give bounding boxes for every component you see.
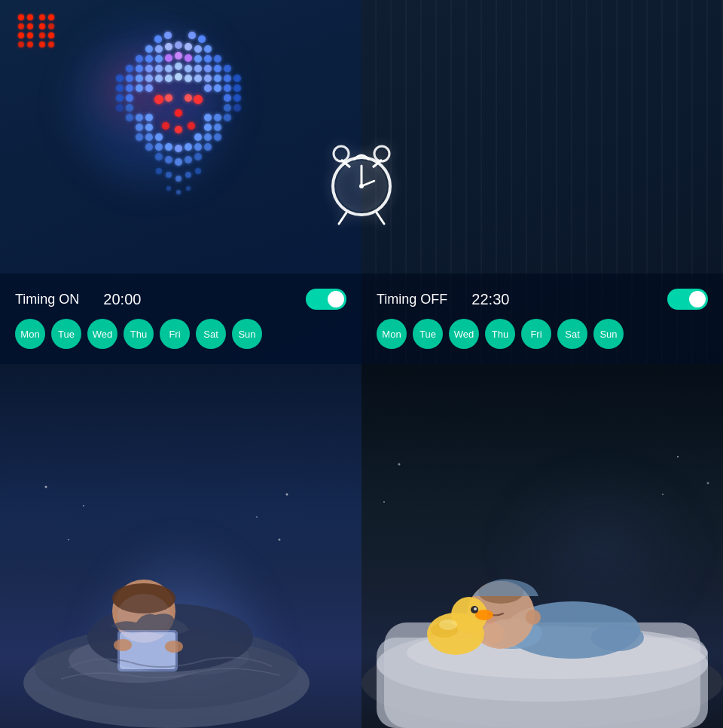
svg-point-28 [175,52,182,60]
timing-on-toggle[interactable] [306,289,346,310]
day-btn-mon[interactable]: Mon [15,319,45,349]
svg-point-97 [194,133,202,141]
day-btn-sun[interactable]: Sun [232,319,262,349]
svg-point-117 [166,186,171,191]
day-btn-off-thu[interactable]: Thu [485,319,515,349]
svg-point-103 [175,145,182,152]
svg-point-81 [126,104,133,112]
svg-point-146 [256,516,258,518]
svg-point-86 [145,114,153,121]
svg-point-35 [214,55,221,63]
svg-point-16 [154,35,162,43]
timing-on-row: Timing ON 20:00 [15,289,346,310]
baby-scene [362,442,723,728]
svg-point-104 [185,143,192,151]
svg-line-129 [339,213,346,224]
svg-point-72 [233,84,241,92]
svg-point-75 [214,84,221,92]
day-btn-sat[interactable]: Sat [196,319,226,349]
svg-point-17 [164,32,172,39]
svg-point-44 [204,65,212,72]
day-btn-wed[interactable]: Wed [87,319,117,349]
svg-point-147 [68,539,69,540]
svg-point-20 [145,45,153,53]
svg-point-24 [185,43,192,50]
timing-on-label: Timing ON [15,292,79,307]
svg-point-31 [145,55,153,63]
svg-point-67 [188,122,195,130]
svg-point-111 [194,153,202,161]
day-btn-off-fri[interactable]: Fri [521,319,551,349]
svg-point-94 [136,133,143,141]
svg-point-50 [145,75,153,82]
day-btn-tue[interactable]: Tue [51,319,81,349]
svg-point-70 [136,84,143,92]
svg-point-92 [204,124,212,131]
svg-point-170 [677,456,679,457]
svg-point-60 [154,95,163,104]
timing-on-time: 20:00 [103,291,141,308]
svg-point-106 [204,143,212,151]
svg-point-161 [526,610,541,625]
svg-point-114 [175,176,182,182]
svg-point-29 [185,54,192,62]
child-silhouette [23,472,310,728]
timing-on-days: Mon Tue Wed Thu Fri Sat Sun [15,319,346,349]
svg-point-141 [114,639,132,651]
svg-point-71 [224,84,231,92]
svg-point-77 [126,94,133,102]
day-btn-off-sun[interactable]: Sun [593,319,624,349]
timing-off-toggle[interactable] [667,289,708,310]
svg-point-166 [474,607,477,610]
svg-point-78 [224,94,231,102]
svg-point-34 [204,55,212,63]
toggle-on-knob [328,291,344,307]
svg-point-102 [165,143,172,151]
svg-point-19 [198,35,206,43]
svg-point-113 [166,172,172,178]
svg-point-27 [165,54,172,62]
svg-point-32 [155,55,163,63]
svg-point-80 [116,104,124,112]
day-btn-off-tue[interactable]: Tue [413,319,443,349]
svg-point-100 [145,143,153,151]
svg-point-172 [383,501,385,503]
svg-point-37 [136,65,143,72]
timing-off-label: Timing OFF [377,292,447,307]
svg-point-89 [224,114,231,121]
svg-point-82 [224,104,231,112]
svg-point-38 [145,65,153,72]
svg-point-21 [155,45,163,53]
svg-point-85 [136,114,143,121]
svg-point-30 [136,55,143,63]
svg-point-64 [175,109,182,117]
svg-line-130 [377,213,384,224]
svg-point-51 [155,75,163,82]
svg-point-107 [155,153,163,161]
svg-point-119 [186,186,191,191]
right-panel: Timing OFF 22:30 Mon Tue Wed Thu Fri Sat… [362,0,723,364]
svg-point-46 [224,65,231,72]
day-btn-thu[interactable]: Thu [124,319,154,349]
svg-point-145 [286,494,288,496]
svg-point-65 [162,122,169,130]
svg-point-63 [185,94,192,102]
day-btn-off-sat[interactable]: Sat [557,319,587,349]
led-pixel-art [0,0,362,274]
svg-point-126 [359,184,364,188]
svg-point-108 [165,156,172,164]
day-btn-fri[interactable]: Fri [160,319,190,349]
svg-point-40 [165,65,172,72]
svg-point-26 [204,45,212,53]
svg-point-79 [233,94,241,102]
day-btn-off-mon[interactable]: Mon [377,319,407,349]
svg-point-121 [374,146,389,161]
svg-point-58 [224,75,231,82]
svg-point-53 [175,73,182,81]
svg-point-62 [194,95,203,104]
svg-point-22 [165,43,172,50]
svg-point-93 [214,124,221,131]
svg-point-83 [233,104,241,112]
svg-point-47 [116,75,124,82]
day-btn-off-wed[interactable]: Wed [449,319,479,349]
